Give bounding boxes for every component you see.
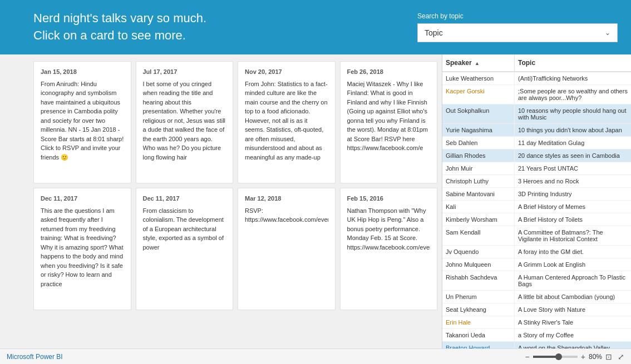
topic-cell: 3 Heroes and no Rock xyxy=(515,175,631,187)
header-title: Nerd night's talks vary so much. Click o… xyxy=(33,10,206,44)
speaker-cell: Erin Hale xyxy=(442,316,515,328)
table-row[interactable]: Jv Oquendo A foray into the GM diet. xyxy=(442,246,631,258)
table-row[interactable]: Luke Weatherson (Anti)Trafficking Networ… xyxy=(442,72,631,85)
topic-cell: 3D Printing Industry xyxy=(515,188,631,200)
speaker-cell: Seat Lykheang xyxy=(442,303,515,316)
card-text: From Anirudh: Hindu iconography and symb… xyxy=(41,79,124,162)
card-date: Dec 11, 2017 xyxy=(41,195,124,202)
topic-cell: 10 things you didn't know about Japan xyxy=(515,124,631,136)
topic-cell: a Story of my Coffee xyxy=(515,329,631,341)
table-row[interactable]: Braeton Howard A word on the Shenandoah … xyxy=(442,342,631,348)
table-rows: Luke Weatherson (Anti)Trafficking Networ… xyxy=(442,72,631,348)
speaker-cell: Braeton Howard xyxy=(442,342,515,348)
speaker-cell: Un Pherum xyxy=(442,291,515,303)
card-date: Jul 17, 2017 xyxy=(143,68,226,75)
topic-cell: 11 day Meditation Gulag xyxy=(515,137,631,149)
speaker-header: Speaker ▲ xyxy=(442,54,515,71)
speaker-cell: Luke Weatherson xyxy=(442,72,515,84)
topic-cell: 10 reasons why people should hang out wi… xyxy=(515,104,631,123)
topic-dropdown-value: Topic xyxy=(425,28,443,37)
speaker-cell: Sam Kendall xyxy=(442,226,515,245)
table-header: Speaker ▲ Topic xyxy=(442,54,631,72)
topic-cell: A little bit about Cambodian (young) xyxy=(515,291,631,303)
topic-dropdown[interactable]: Topic ⌄ xyxy=(417,23,618,42)
bottom-bar: Microsoft Power BI − + 80% ⊡ ⤢ xyxy=(0,348,631,364)
topic-cell: A Grimm Look at English xyxy=(515,258,631,271)
card-text: From classicism to colonialism. The deve… xyxy=(143,206,226,252)
card-item[interactable]: Nov 20, 2017 From John: Statistics to a … xyxy=(238,61,336,183)
table-row[interactable]: Out Sokphalkun 10 reasons why people sho… xyxy=(442,104,631,124)
fit-to-page-icon[interactable]: ⊡ xyxy=(605,352,612,361)
header: Nerd night's talks vary so much. Click o… xyxy=(0,0,631,54)
brand-link[interactable]: Microsoft Power BI xyxy=(7,353,63,361)
table-row[interactable]: Christoph Luthy 3 Heroes and no Rock xyxy=(442,175,631,188)
card-text: I bet some of you cringed when reading t… xyxy=(143,79,226,162)
table-row[interactable]: Johno Mulqueen A Grimm Look at English xyxy=(442,258,631,271)
speaker-cell: Seb Dahlen xyxy=(442,137,515,149)
card-date: Feb 15, 2016 xyxy=(347,195,431,202)
topic-cell: 20 dance styles as seen in Cambodia xyxy=(515,149,631,162)
topic-header: Topic xyxy=(515,54,631,71)
table-row[interactable]: Erin Hale A Stinky River's Tale xyxy=(442,316,631,329)
zoom-controls: − + 80% xyxy=(524,352,602,361)
table-row[interactable]: John Muir 21 Years Post UNTAC xyxy=(442,162,631,175)
table-row[interactable]: Yurie Nagashima 10 things you didn't kno… xyxy=(442,124,631,137)
zoom-slider-thumb xyxy=(555,353,562,360)
table-row[interactable]: Seat Lykheang A Love Story with Nature xyxy=(442,303,631,316)
cards-grid: Jan 15, 2018 From Anirudh: Hindu iconogr… xyxy=(33,61,437,310)
topic-cell: A Love Story with Nature xyxy=(515,303,631,316)
speaker-cell: Johno Mulqueen xyxy=(442,258,515,271)
card-item[interactable]: Mar 12, 2018 RSVP: https://www.facebook.… xyxy=(238,188,336,310)
zoom-slider[interactable] xyxy=(533,356,578,358)
zoom-percent: 80% xyxy=(589,353,602,361)
speaker-cell: Kacper Gorski xyxy=(442,85,515,104)
zoom-plus-button[interactable]: + xyxy=(580,352,586,361)
table-row[interactable]: Takanori Ueda a Story of my Coffee xyxy=(442,329,631,342)
topic-cell: A word on the Shenandoah Valley xyxy=(515,342,631,348)
table-container: Speaker ▲ Topic Luke Weatherson (Anti)Tr… xyxy=(442,54,631,348)
card-text: This are the questions I am asked freque… xyxy=(41,206,124,289)
card-item[interactable]: Dec 11, 2017 From classicism to colonial… xyxy=(136,188,234,310)
topic-cell: ;Some people are so wealthy and others a… xyxy=(515,85,631,104)
speaker-cell: Rishabh Sachdeva xyxy=(442,271,515,290)
speaker-cell: John Muir xyxy=(442,162,515,174)
card-date: Jan 15, 2018 xyxy=(41,68,124,75)
speaker-cell: Kali xyxy=(442,201,515,213)
table-row[interactable]: Seb Dahlen 11 day Meditation Gulag xyxy=(442,137,631,149)
cards-section: Jan 15, 2018 From Anirudh: Hindu iconogr… xyxy=(0,54,442,348)
card-date: Nov 20, 2017 xyxy=(245,68,328,75)
search-label: Search by topic xyxy=(417,12,618,20)
topic-cell: (Anti)Trafficking Networks xyxy=(515,72,631,84)
card-item[interactable]: Feb 15, 2016 Nathan Thompson with "Why U… xyxy=(340,188,438,310)
table-row[interactable]: Rishabh Sachdeva A Human Centered Approa… xyxy=(442,271,631,291)
card-text: RSVP: https://www.facebook.com/events/18… xyxy=(245,206,328,225)
table-row[interactable]: Gillian Rhodes 20 dance styles as seen i… xyxy=(442,149,631,162)
chevron-down-icon: ⌄ xyxy=(605,29,610,37)
table-row[interactable]: Sabine Mantovani 3D Printing Industry xyxy=(442,188,631,201)
table-row[interactable]: Un Pherum A little bit about Cambodian (… xyxy=(442,291,631,303)
table-row[interactable]: Kimberly Worsham A Brief History of Toil… xyxy=(442,213,631,226)
speaker-cell: Gillian Rhodes xyxy=(442,149,515,162)
card-item[interactable]: Feb 26, 2018 Maciej Witaszek - Why I lik… xyxy=(340,61,438,183)
speaker-cell: Kimberly Worsham xyxy=(442,213,515,226)
table-section: Speaker ▲ Topic Luke Weatherson (Anti)Tr… xyxy=(442,54,631,348)
topic-cell: A Stinky River's Tale xyxy=(515,316,631,328)
card-text: Nathan Thompson with "Why UK Hip Hop is … xyxy=(347,206,431,252)
card-date: Dec 11, 2017 xyxy=(143,195,226,202)
card-item[interactable]: Dec 11, 2017 This are the questions I am… xyxy=(33,188,131,310)
card-item[interactable]: Jan 15, 2018 From Anirudh: Hindu iconogr… xyxy=(33,61,131,183)
table-row[interactable]: Kali A Brief History of Memes xyxy=(442,201,631,213)
topic-cell: A Committee of Batmans?: The Vigilante i… xyxy=(515,226,631,245)
sort-arrow-icon: ▲ xyxy=(475,61,480,66)
speaker-cell: Jv Oquendo xyxy=(442,246,515,258)
speaker-cell: Takanori Ueda xyxy=(442,329,515,341)
card-item[interactable]: Jul 17, 2017 I bet some of you cringed w… xyxy=(136,61,234,183)
topic-cell: A Brief History of Memes xyxy=(515,201,631,213)
table-row[interactable]: Sam Kendall A Committee of Batmans?: The… xyxy=(442,226,631,246)
zoom-minus-button[interactable]: − xyxy=(524,352,531,361)
card-date: Feb 26, 2018 xyxy=(347,68,431,75)
card-date: Mar 12, 2018 xyxy=(245,195,328,202)
fullscreen-icon[interactable]: ⤢ xyxy=(618,352,624,361)
card-text: From John: Statistics to a fact-minded c… xyxy=(245,79,328,162)
table-row[interactable]: Kacper Gorski ;Some people are so wealth… xyxy=(442,85,631,104)
